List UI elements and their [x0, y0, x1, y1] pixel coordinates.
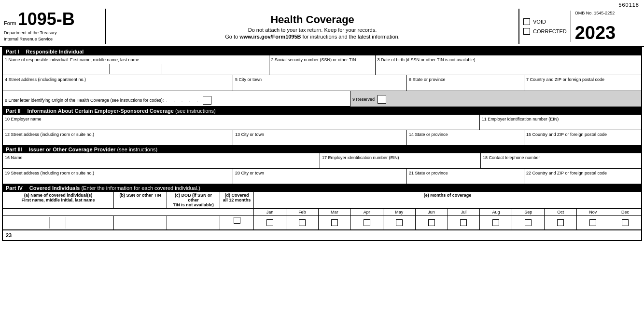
row23-middle-initial[interactable] — [51, 217, 66, 228]
row23-feb — [286, 216, 319, 229]
void-row: VOID — [523, 18, 567, 25]
field-13-cell: 13 City or town — [233, 130, 407, 145]
subtitle1: Do not attach to your tax return. Keep f… — [110, 27, 515, 33]
subtitle2: Go to www.irs.gov/Form1095B for instruct… — [110, 34, 515, 40]
form-number: Form 1095-B — [4, 11, 101, 28]
part3-header: Part III Issuer or Other Coverage Provid… — [3, 146, 641, 153]
field-6-label: 6 State or province — [409, 77, 446, 82]
last-name-field[interactable] — [162, 64, 266, 74]
row23-jul-checkbox[interactable] — [460, 219, 467, 226]
field-11-cell: 11 Employer identification number (EIN) — [480, 115, 641, 130]
row23-aug-checkbox[interactable] — [492, 219, 499, 226]
field-4-label: 4 Street address (including apartment no… — [5, 77, 86, 82]
row23-first-name[interactable] — [5, 217, 50, 228]
row23-jan-checkbox[interactable] — [266, 219, 273, 226]
row-1-2-3: 1 Name of responsible individual–First n… — [3, 55, 641, 75]
row23-oct-checkbox[interactable] — [557, 219, 564, 226]
part3-label: Part III — [6, 147, 22, 152]
field-14-cell: 14 State or province — [407, 130, 524, 145]
row23-sep-checkbox[interactable] — [525, 219, 532, 226]
row23-dec — [609, 216, 641, 229]
void-corrected-section: VOID CORRECTED — [523, 11, 567, 42]
header-right: VOID CORRECTED OMB No. 1545-2252 2023 — [518, 9, 644, 44]
field-3-cell: 3 Date of birth (if SSN or other TIN is … — [376, 55, 642, 75]
row23-all12-checkbox[interactable] — [234, 217, 240, 224]
field-7-label: 7 Country and ZIP or foreign postal code — [526, 77, 604, 82]
month-aug: Aug — [480, 209, 512, 215]
field-9-cell: 9 Reserved — [350, 91, 641, 107]
month-jun: Jun — [416, 209, 448, 215]
field-15-label: 15 Country and ZIP or foreign postal cod… — [526, 132, 607, 137]
middle-name-field[interactable] — [110, 64, 162, 74]
row23-mar — [319, 216, 351, 229]
month-may: May — [383, 209, 416, 215]
row-4-5-6-7: 4 Street address (including apartment no… — [3, 75, 641, 91]
field-10-cell: 10 Employer name — [3, 115, 480, 130]
month-feb: Feb — [286, 209, 319, 215]
month-jul: Jul — [448, 209, 480, 215]
void-checkbox[interactable] — [523, 18, 530, 25]
field-20-cell: 20 City or town — [233, 169, 407, 184]
part4-header: Part IV Covered Individuals (Enter the i… — [3, 184, 641, 192]
month-nov: Nov — [577, 209, 609, 215]
row23-nov-checkbox[interactable] — [589, 219, 596, 226]
field-9-box[interactable] — [378, 95, 386, 104]
part2-title: Information About Certain Employer-Spons… — [28, 108, 216, 114]
row23-col-a[interactable] — [3, 216, 114, 229]
field-12-cell: 12 Street address (including room or sui… — [3, 130, 233, 145]
part1-header: Part I Responsible Individual — [3, 48, 641, 55]
row23-mar-checkbox[interactable] — [331, 219, 338, 226]
void-label: VOID — [533, 19, 546, 25]
serial-number: 560118 — [0, 0, 644, 9]
part2-label: Part II — [6, 108, 21, 114]
months-header-row: Jan Feb Mar Apr May Jun Jul Aug Sep Oct … — [3, 209, 641, 216]
col-c-header: (c) DOB (if SSN or other TIN is not avai… — [167, 192, 220, 208]
dept-line1: Department of the Treasury — [4, 30, 101, 36]
corrected-checkbox[interactable] — [523, 28, 530, 35]
field-1-cell: 1 Name of responsible individual–First n… — [3, 55, 269, 75]
row23-last-name[interactable] — [67, 217, 112, 228]
row23-col-c[interactable] — [167, 216, 220, 229]
row23-may-checkbox[interactable] — [396, 219, 403, 226]
field-8-cell: 8 Enter letter identifying Origin of the… — [3, 91, 350, 107]
header-left: Form 1095-B Department of the Treasury I… — [0, 9, 106, 44]
dept-line2: Internal Revenue Service — [4, 36, 101, 42]
dept-info: Department of the Treasury Internal Reve… — [4, 30, 101, 42]
part4-label: Part IV — [6, 185, 23, 191]
row23-aug — [480, 216, 512, 229]
field-5-label: 5 City or town — [235, 77, 262, 82]
month-dec: Dec — [609, 209, 641, 215]
field-17-label: 17 Employer identification number (EIN) — [322, 155, 399, 160]
col-d-label2: all 12 months — [222, 198, 252, 202]
row23-feb-checkbox[interactable] — [299, 219, 306, 226]
row23-may — [383, 216, 416, 229]
field-5-cell: 5 City or town — [233, 75, 407, 91]
row-12-15: 12 Street address (including room or sui… — [3, 130, 641, 146]
form-label: Form — [4, 20, 16, 26]
part3-title: Issuer or Other Coverage Provider (see i… — [29, 147, 158, 152]
month-jan: Jan — [254, 209, 286, 215]
field-1-label: 1 Name of responsible individual–First n… — [5, 57, 139, 62]
field-2-cell: 2 Social security number (SSN) or other … — [269, 55, 376, 75]
omb-number: OMB No. 1545-2252 — [575, 11, 616, 15]
form-title: Health Coverage — [110, 13, 515, 26]
row23-sep — [512, 216, 545, 229]
row23-nov — [577, 216, 609, 229]
field-8-box[interactable] — [203, 96, 211, 105]
row-19-22: 19 Street address (including room or sui… — [3, 169, 641, 184]
field-22-label: 22 Country and ZIP or foreign postal cod… — [526, 171, 607, 175]
col-e-header: (e) Months of coverage — [254, 192, 641, 208]
month-spacer — [3, 209, 254, 215]
first-name-field[interactable] — [5, 64, 110, 74]
row23-jun-checkbox[interactable] — [428, 219, 435, 226]
row23-jul — [448, 216, 480, 229]
field-13-label: 13 City or town — [235, 132, 264, 137]
row23-apr-checkbox[interactable] — [364, 219, 370, 226]
row23-dec-checkbox[interactable] — [622, 219, 629, 226]
part1-title: Responsible Individual — [26, 49, 84, 54]
field-17-cell: 17 Employer identification number (EIN) — [320, 153, 481, 168]
row23-jun — [416, 216, 448, 229]
col-b-header: (b) SSN or other TIN — [114, 192, 167, 208]
row23-col-b[interactable] — [114, 216, 167, 229]
field-19-label: 19 Street address (including room or sui… — [5, 171, 94, 175]
